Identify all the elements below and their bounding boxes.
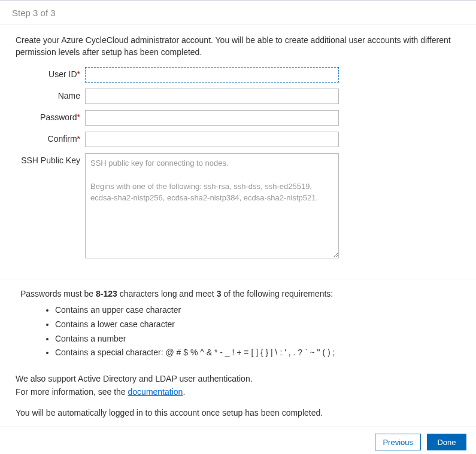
name-label: Name bbox=[16, 89, 85, 100]
password-label: Password* bbox=[16, 110, 85, 122]
confirm-row: Confirm* bbox=[16, 132, 460, 147]
documentation-link[interactable]: documentation bbox=[128, 387, 183, 397]
user-id-row: User ID* bbox=[16, 67, 460, 83]
password-input[interactable] bbox=[85, 110, 339, 126]
name-input[interactable] bbox=[85, 89, 339, 104]
auto-login-text: You will be automatically logged in to t… bbox=[0, 408, 476, 426]
password-rule-item: Contains a lower case character bbox=[55, 318, 456, 331]
required-marker: * bbox=[77, 134, 80, 144]
form-area: User ID* Name Password* Confirm* SSH Pub… bbox=[0, 67, 476, 275]
password-rule-item: Contains an upper case character bbox=[55, 304, 456, 317]
name-row: Name bbox=[16, 89, 460, 104]
step-header: Step 3 of 3 bbox=[0, 1, 476, 25]
password-rules: Passwords must be 8-123 characters long … bbox=[0, 279, 476, 370]
user-id-input[interactable] bbox=[85, 67, 339, 83]
step-text: Step 3 of 3 bbox=[12, 8, 56, 18]
user-id-label: User ID* bbox=[16, 67, 85, 79]
ssh-key-row: SSH Public Key bbox=[16, 153, 460, 258]
confirm-input[interactable] bbox=[85, 132, 339, 147]
password-row: Password* bbox=[16, 110, 460, 126]
required-marker: * bbox=[77, 69, 80, 79]
previous-button[interactable]: Previous bbox=[375, 434, 421, 450]
password-rules-intro: Passwords must be 8-123 characters long … bbox=[20, 288, 456, 301]
password-rules-list: Contains an upper case character Contain… bbox=[55, 304, 456, 359]
done-button[interactable]: Done bbox=[427, 434, 466, 450]
footer-buttons: Previous Done bbox=[0, 426, 476, 454]
required-marker: * bbox=[77, 112, 80, 122]
password-rule-item: Contains a special character: @ # $ % ^ … bbox=[55, 346, 456, 359]
ssh-key-label: SSH Public Key bbox=[16, 153, 85, 165]
ssh-key-textarea[interactable] bbox=[85, 153, 339, 258]
auth-info-line2: For more information, see the documentat… bbox=[16, 386, 460, 399]
password-rule-item: Contains a number bbox=[55, 333, 456, 346]
auth-info-line1: We also support Active Directory and LDA… bbox=[16, 373, 460, 386]
auth-info: We also support Active Directory and LDA… bbox=[0, 370, 476, 408]
intro-text: Create your Azure CycleCloud administrat… bbox=[0, 25, 476, 67]
confirm-label: Confirm* bbox=[16, 132, 85, 144]
